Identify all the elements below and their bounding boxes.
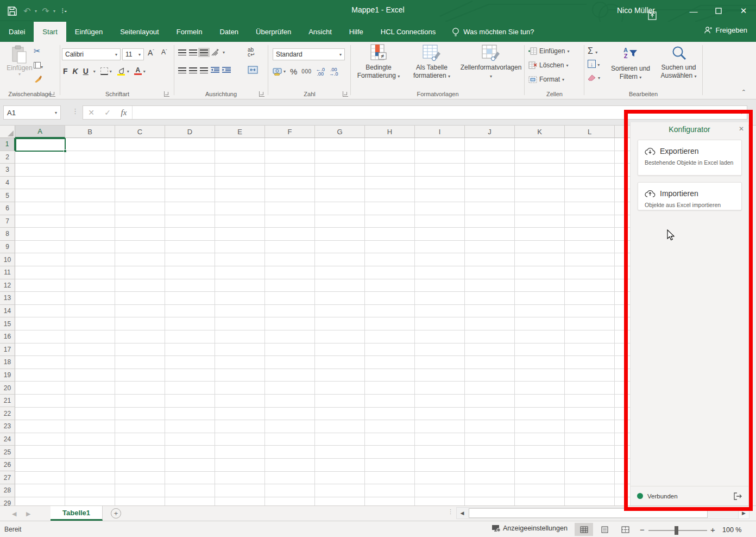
delete-cells-button[interactable]: Löschen▾ (528, 61, 568, 69)
hscroll-thumb[interactable] (469, 508, 708, 518)
clear-caret-icon[interactable]: ▾ (598, 76, 600, 80)
column-header-d[interactable]: D (165, 126, 215, 138)
row-header-16[interactable]: 16 (0, 330, 15, 344)
align-middle-icon[interactable] (189, 49, 197, 55)
column-header-g[interactable]: G (315, 126, 365, 138)
row-header-21[interactable]: 21 (0, 395, 15, 408)
sheet-tab-tabelle1[interactable]: Tabelle1 (51, 506, 103, 521)
zoom-slider-thumb[interactable] (675, 526, 678, 535)
italic-button[interactable]: K (73, 67, 78, 76)
row-header-8[interactable]: 8 (0, 228, 15, 241)
tab-datei[interactable]: Datei (0, 22, 34, 42)
font-name-select[interactable]: Calibri▾ (62, 48, 121, 60)
sheet-nav-prev-icon[interactable]: ◀ (12, 510, 16, 517)
collapse-ribbon-icon[interactable]: ⌃ (741, 89, 746, 96)
fill-handle[interactable] (64, 149, 67, 153)
percent-style-button[interactable]: % (290, 67, 297, 76)
row-header-15[interactable]: 15 (0, 317, 15, 330)
merge-center-button[interactable] (248, 66, 258, 74)
logout-icon[interactable] (733, 492, 742, 500)
normal-view-button[interactable] (575, 523, 593, 536)
add-sheet-button[interactable]: + (111, 508, 121, 519)
column-header-h[interactable]: H (365, 126, 415, 138)
row-header-10[interactable]: 10 (0, 253, 15, 266)
maximize-button[interactable] (706, 0, 731, 22)
row-header-29[interactable]: 29 (0, 497, 15, 505)
format-cells-button[interactable]: Format▾ (528, 76, 564, 83)
format-as-table-button[interactable]: Als Tabelleformatieren ▾ (407, 44, 457, 80)
insert-function-icon[interactable]: fx (116, 108, 132, 117)
align-left-icon[interactable] (178, 67, 186, 73)
column-header-b[interactable]: B (65, 126, 115, 138)
row-header-13[interactable]: 13 (0, 292, 15, 305)
increase-indent-icon[interactable] (222, 67, 231, 74)
conditional-formatting-button[interactable]: ≠ BedingteFormatierung ▾ (351, 44, 406, 80)
column-header-f[interactable]: F (265, 126, 315, 138)
export-card[interactable]: Exportieren Bestehende Objekte in Excel … (638, 140, 742, 176)
tellme-box[interactable]: Was möchten Sie tun? (444, 22, 541, 42)
number-dialog-launcher-icon[interactable] (343, 91, 348, 97)
clipboard-dialog-launcher-icon[interactable] (50, 91, 55, 97)
shrink-font-button[interactable]: Aˇ (161, 48, 167, 56)
row-header-19[interactable]: 19 (0, 369, 15, 382)
tab-ansicht[interactable]: Ansicht (300, 22, 341, 42)
row-header-14[interactable]: 14 (0, 305, 15, 318)
cell-area[interactable] (15, 138, 647, 505)
column-header-k[interactable]: K (515, 126, 565, 138)
align-center-icon[interactable] (189, 67, 197, 73)
column-header-j[interactable]: J (465, 126, 515, 138)
minimize-button[interactable]: — (681, 0, 706, 22)
tab-daten[interactable]: Daten (211, 22, 247, 42)
row-header-17[interactable]: 17 (0, 344, 15, 357)
tab-hilfe[interactable]: Hilfe (341, 22, 372, 42)
cell-styles-button[interactable]: Zellenformatvorlagen▾ (458, 44, 524, 80)
font-size-select[interactable]: 11▾ (122, 48, 144, 60)
row-header-24[interactable]: 24 (0, 433, 15, 446)
comma-style-button[interactable]: 000 (301, 68, 311, 74)
underline-caret-icon[interactable]: ▾ (93, 69, 96, 74)
paste-button[interactable]: Einfügen ▾ (5, 45, 34, 77)
row-header-12[interactable]: 12 (0, 279, 15, 292)
copy-button[interactable]: ▾ (34, 60, 43, 70)
hscroll-left-icon[interactable]: ◀ (457, 510, 468, 516)
tab-start[interactable]: Start (34, 22, 66, 42)
row-header-3[interactable]: 3 (0, 164, 15, 177)
column-header-e[interactable]: E (215, 126, 265, 138)
tab-einfuegen[interactable]: Einfügen (66, 22, 111, 42)
tab-formeln[interactable]: Formeln (168, 22, 211, 42)
row-header-4[interactable]: 4 (0, 177, 15, 190)
font-color-button[interactable]: A▾ (134, 67, 146, 75)
selected-cell-a1[interactable] (15, 138, 66, 152)
align-right-icon[interactable] (200, 67, 208, 73)
vertical-scrollbar[interactable] (748, 126, 756, 505)
cancel-entry-icon[interactable]: ✕ (83, 108, 99, 117)
row-header-6[interactable]: 6 (0, 202, 15, 215)
font-dialog-launcher-icon[interactable] (164, 91, 169, 97)
row-header-2[interactable]: 2 (0, 151, 15, 164)
tabbar-splitter[interactable]: ⋮ (448, 508, 453, 515)
row-header-23[interactable]: 23 (0, 420, 15, 433)
row-header-9[interactable]: 9 (0, 241, 15, 254)
page-layout-view-button[interactable] (595, 523, 614, 536)
column-header-c[interactable]: C (115, 126, 165, 138)
wrap-text-button[interactable]: abc↵ (248, 47, 255, 57)
zoom-percentage[interactable]: 100 % (722, 526, 741, 534)
bold-button[interactable]: F (63, 67, 68, 76)
insert-cells-button[interactable]: Einfügen▾ (528, 47, 569, 55)
underline-button[interactable]: U (83, 67, 89, 76)
find-select-button[interactable]: Suchen undAuswählen ▾ (656, 44, 702, 80)
sheet-nav-next-icon[interactable]: ▶ (26, 510, 30, 517)
decrease-indent-icon[interactable] (211, 67, 219, 74)
decrease-decimal-button[interactable]: .00→.0 (329, 67, 338, 76)
display-settings-button[interactable]: Anzeigeeinstellungen (492, 524, 568, 532)
row-header-26[interactable]: 26 (0, 459, 15, 472)
namebox-resize-handle[interactable]: ⋮ (72, 107, 79, 115)
row-header-27[interactable]: 27 (0, 471, 15, 484)
row-header-20[interactable]: 20 (0, 382, 15, 395)
column-header-a[interactable]: A (15, 126, 65, 138)
cut-button[interactable]: ✂ (34, 46, 41, 56)
row-header-22[interactable]: 22 (0, 407, 15, 420)
zoom-in-button[interactable]: + (710, 525, 715, 534)
orientation-icon[interactable] (211, 48, 220, 57)
number-format-select[interactable]: Standard▾ (273, 48, 345, 60)
